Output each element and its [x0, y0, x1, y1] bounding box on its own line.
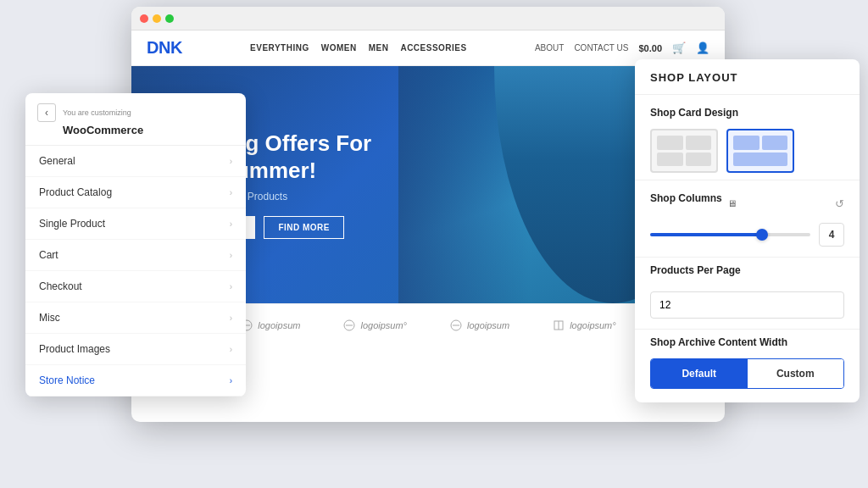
menu-product-images[interactable]: Product Images › [25, 334, 246, 365]
browser-chrome [131, 7, 725, 30]
customizer-header: ‹ You are customizing WooCommerce [25, 93, 246, 146]
logo-item-2: logoipsum° [342, 319, 407, 332]
columns-label: Shop Columns [650, 192, 722, 204]
logo-item-1: logoipsum [240, 319, 300, 332]
nav-contact[interactable]: CONTACT US [574, 43, 628, 53]
nav-everything[interactable]: EVERYTHING [250, 43, 309, 53]
menu-cart[interactable]: Cart › [25, 240, 246, 271]
customizer-menu: General › Product Catalog › Single Produ… [25, 146, 246, 396]
menu-product-catalog[interactable]: Product Catalog › [25, 177, 246, 208]
menu-single-product[interactable]: Single Product › [25, 208, 246, 240]
card-design-grid[interactable] [650, 129, 718, 173]
columns-header: Shop Columns 🖥 ↺ [650, 192, 844, 214]
custom-button[interactable]: Custom [748, 359, 844, 388]
nav-about[interactable]: ABOUT [535, 43, 564, 53]
cart-icon[interactable]: 🛒 [672, 42, 686, 54]
minimize-dot[interactable] [153, 14, 161, 23]
card-design-list[interactable] [726, 129, 794, 173]
content-width-buttons: Default Custom [650, 358, 844, 389]
menu-store-notice[interactable]: Store Notice › [25, 365, 246, 396]
customizer-panel: ‹ You are customizing WooCommerce Genera… [25, 93, 246, 396]
default-button[interactable]: Default [651, 359, 748, 388]
content-width-label: Shop Archive Content Width [650, 336, 844, 348]
customizing-name: WooCommerce [37, 124, 234, 136]
slider-track[interactable] [650, 233, 810, 236]
chevron-right-icon: › [230, 251, 232, 260]
slider-thumb[interactable] [756, 229, 768, 241]
store-logo: DNK [147, 38, 182, 58]
maximize-dot[interactable] [165, 14, 174, 23]
customizer-back: ‹ You are customizing [37, 103, 234, 122]
columns-slider: 4 [650, 223, 844, 247]
reset-icon[interactable]: ↺ [835, 197, 844, 210]
shop-layout-title: SHOP LAYOUT [650, 71, 844, 84]
chevron-right-icon: › [230, 219, 232, 229]
card-design-section: Shop Card Design [635, 95, 860, 180]
cart-price[interactable]: $0.00 [638, 43, 662, 53]
chevron-right-icon: › [230, 282, 232, 291]
logo-item-4: logoipsum° [552, 319, 616, 332]
columns-value: 4 [819, 223, 844, 247]
products-per-page-input[interactable] [650, 291, 844, 319]
logo-item-3: logoipsum [449, 319, 509, 332]
store-nav-right: ABOUT CONTACT US $0.00 🛒 👤 [535, 42, 709, 54]
slider-fill [650, 233, 762, 236]
nav-women[interactable]: WOMEN [321, 43, 357, 53]
user-icon[interactable]: 👤 [696, 42, 709, 54]
content-width-section: Shop Archive Content Width Default Custo… [635, 329, 860, 389]
products-per-page-label: Products Per Page [650, 264, 844, 276]
nav-men[interactable]: MEN [369, 43, 389, 53]
menu-general[interactable]: General › [25, 146, 246, 177]
close-dot[interactable] [140, 14, 148, 23]
customizing-label: You are customizing [63, 108, 131, 117]
products-per-page-section: Products Per Page [635, 257, 860, 329]
card-designs [650, 129, 844, 173]
menu-misc[interactable]: Misc › [25, 302, 246, 334]
chevron-right-icon: › [230, 188, 232, 197]
chevron-right-icon: › [230, 345, 232, 354]
columns-section: Shop Columns 🖥 ↺ 4 [635, 180, 860, 257]
shop-layout-panel: SHOP LAYOUT Shop Card Design Shop Column… [635, 59, 860, 402]
monitor-icon: 🖥 [727, 198, 737, 208]
find-more-button[interactable]: FIND MORE [264, 216, 344, 239]
chevron-right-icon: › [230, 376, 232, 385]
nav-accessories[interactable]: ACCESSORIES [400, 43, 466, 53]
chevron-right-icon: › [230, 313, 232, 323]
store-nav-links: EVERYTHING WOMEN MEN ACCESSORIES [250, 43, 467, 53]
shop-layout-header: SHOP LAYOUT [635, 59, 860, 95]
card-design-label: Shop Card Design [650, 107, 844, 119]
back-button[interactable]: ‹ [37, 103, 56, 122]
menu-checkout[interactable]: Checkout › [25, 271, 246, 302]
chevron-right-icon: › [230, 157, 232, 166]
